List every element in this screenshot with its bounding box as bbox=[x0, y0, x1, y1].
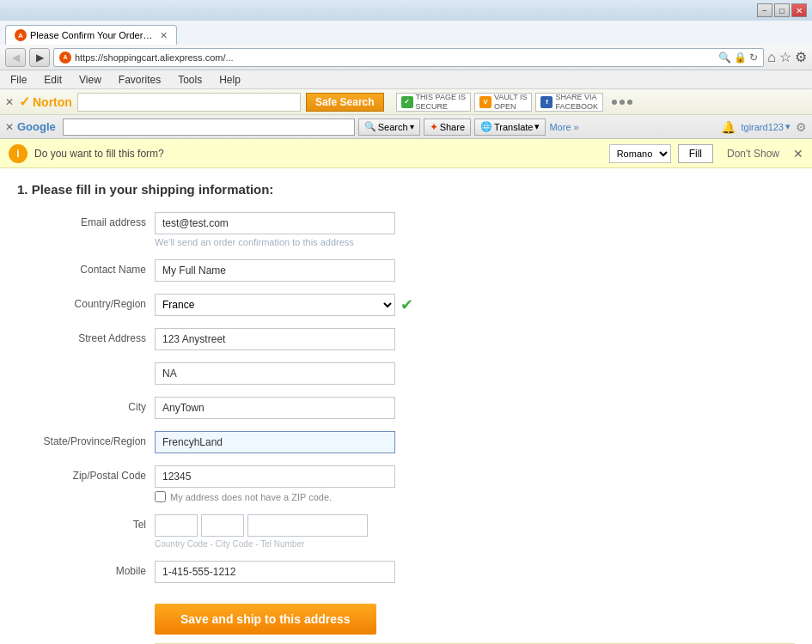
star-icon[interactable]: ☆ bbox=[779, 49, 791, 65]
dot-3 bbox=[627, 100, 632, 105]
street2-row bbox=[17, 362, 795, 385]
email-field-wrap: We'll send an order confirmation to this… bbox=[155, 212, 795, 247]
norton-secure-icon: ✓ bbox=[401, 96, 413, 108]
email-input[interactable] bbox=[155, 212, 395, 234]
user-avatar[interactable]: tgirard123 ▾ bbox=[741, 121, 791, 132]
city-label: City bbox=[17, 397, 155, 413]
tel-city-code-input[interactable] bbox=[201, 514, 244, 537]
state-row: State/Province/Region bbox=[17, 431, 795, 453]
street2-label bbox=[17, 362, 155, 367]
save-ship-button[interactable]: Save and ship to this address bbox=[155, 604, 376, 635]
norton-search-box[interactable] bbox=[77, 93, 301, 112]
google-search-input[interactable] bbox=[63, 118, 355, 136]
email-hint: We'll send an order confirmation to this… bbox=[155, 237, 795, 247]
username-label: tgirard123 bbox=[741, 122, 784, 132]
menu-edit[interactable]: Edit bbox=[40, 72, 65, 88]
country-select[interactable]: France United States United Kingdom Germ… bbox=[155, 294, 395, 316]
address-bar-icons: 🔍 🔒 ↻ bbox=[718, 52, 758, 64]
state-input[interactable] bbox=[155, 431, 395, 453]
tel-country-code-input[interactable] bbox=[155, 514, 198, 537]
city-input[interactable] bbox=[155, 397, 395, 419]
norton-badges: ✓ THIS PAGE IS SECURE V VAULT IS OPEN f … bbox=[396, 93, 603, 112]
google-share-button[interactable]: ✦ Share bbox=[424, 118, 471, 136]
street2-field-wrap bbox=[155, 362, 795, 385]
address-bar[interactable]: A https://shoppingcart.aliexpress.com/..… bbox=[53, 48, 764, 67]
autofill-dont-show-button[interactable]: Don't Show bbox=[720, 146, 786, 161]
tel-inputs-row bbox=[155, 514, 795, 537]
save-section: Save and ship to this address i Save you… bbox=[17, 597, 795, 644]
google-search-button[interactable]: 🔍 Search ▾ bbox=[358, 118, 420, 136]
tel-field-wrap: Country Code - City Code - Tel Number bbox=[155, 514, 795, 549]
zip-field-wrap: My address does not have a ZIP code. bbox=[155, 465, 795, 502]
user-chevron-icon: ▾ bbox=[785, 121, 791, 132]
norton-vault-text: VAULT IS OPEN bbox=[494, 93, 528, 112]
google-bar-close-button[interactable]: ✕ bbox=[5, 121, 14, 133]
street-address2-input[interactable] bbox=[155, 362, 395, 385]
back-button[interactable]: ◀ bbox=[5, 48, 26, 67]
norton-secure-badge: ✓ THIS PAGE IS SECURE bbox=[396, 93, 471, 112]
address-favicon-icon: A bbox=[59, 52, 71, 64]
autofill-bar: i Do you want to fill this form? Romano … bbox=[0, 139, 812, 168]
menu-help[interactable]: Help bbox=[216, 72, 244, 88]
safe-search-button[interactable]: Safe Search bbox=[306, 93, 384, 112]
mobile-row: Mobile bbox=[17, 561, 795, 583]
mobile-input[interactable] bbox=[155, 561, 395, 583]
window-controls: − □ ✕ bbox=[757, 3, 807, 17]
google-logo[interactable]: Google bbox=[17, 120, 56, 133]
autofill-profile-select[interactable]: Romano bbox=[609, 144, 671, 163]
lock-icon: 🔒 bbox=[734, 52, 747, 64]
zip-checkbox-row: My address does not have a ZIP code. bbox=[155, 491, 795, 502]
tel-number-input[interactable] bbox=[247, 514, 368, 537]
forward-button[interactable]: ▶ bbox=[29, 48, 50, 67]
norton-facebook-icon: f bbox=[540, 96, 553, 108]
country-row: Country/Region France United States Unit… bbox=[17, 294, 795, 316]
email-row: Email address We'll send an order confir… bbox=[17, 212, 795, 247]
tel-hint: Country Code - City Code - Tel Number bbox=[155, 539, 795, 549]
street-field-wrap bbox=[155, 328, 795, 350]
tab-favicon: A bbox=[15, 29, 27, 41]
city-row: City bbox=[17, 397, 795, 419]
mobile-label: Mobile bbox=[17, 561, 155, 577]
country-field-wrap: France United States United Kingdom Germ… bbox=[155, 294, 795, 316]
minimize-button[interactable]: − bbox=[757, 3, 772, 17]
google-more-button[interactable]: More » bbox=[549, 122, 578, 132]
menu-tools[interactable]: Tools bbox=[174, 72, 205, 88]
active-tab[interactable]: A Please Confirm Your Order ... ✕ bbox=[5, 25, 177, 45]
home-icon[interactable]: ⌂ bbox=[767, 50, 776, 65]
google-settings-icon[interactable]: ⚙ bbox=[796, 120, 807, 134]
close-button[interactable]: ✕ bbox=[791, 3, 807, 17]
menu-view[interactable]: View bbox=[76, 72, 105, 88]
dot-1 bbox=[612, 100, 617, 105]
google-share-icon: ✦ bbox=[430, 121, 438, 133]
notification-icon[interactable]: 🔔 bbox=[721, 120, 736, 134]
nav-right-icons: ⌂ ☆ ⚙ bbox=[767, 49, 807, 65]
google-search-icon: 🔍 bbox=[364, 121, 376, 132]
tab-bar: A Please Confirm Your Order ... ✕ bbox=[0, 21, 812, 45]
norton-more-dots[interactable] bbox=[612, 100, 632, 105]
dot-2 bbox=[620, 100, 625, 105]
no-zip-label: My address does not have a ZIP code. bbox=[170, 492, 332, 502]
country-verify-icon: ✔ bbox=[400, 295, 413, 314]
contact-field-wrap bbox=[155, 259, 795, 282]
autofill-fill-button[interactable]: Fill bbox=[678, 144, 713, 163]
tel-row: Tel Country Code - City Code - Tel Numbe… bbox=[17, 514, 795, 549]
norton-close-button[interactable]: ✕ bbox=[5, 96, 14, 108]
zip-row: Zip/Postal Code My address does not have… bbox=[17, 465, 795, 502]
google-search-chevron: ▾ bbox=[410, 122, 414, 131]
google-translate-button[interactable]: 🌐 Translate ▾ bbox=[474, 118, 546, 136]
menu-favorites[interactable]: Favorites bbox=[115, 72, 164, 88]
street-address-input[interactable] bbox=[155, 328, 395, 350]
maximize-button[interactable]: □ bbox=[774, 3, 790, 17]
no-zip-checkbox[interactable] bbox=[155, 491, 166, 502]
contact-name-input[interactable] bbox=[155, 259, 395, 282]
norton-vault-icon: V bbox=[479, 96, 491, 108]
settings-icon[interactable]: ⚙ bbox=[795, 49, 807, 65]
autofill-close-icon[interactable]: ✕ bbox=[793, 147, 803, 161]
google-toolbar: ✕ Google 🔍 Search ▾ ✦ Share 🌐 Translate … bbox=[0, 115, 812, 139]
google-share-label: Share bbox=[440, 122, 465, 132]
zip-input[interactable] bbox=[155, 465, 395, 488]
menu-bar: File Edit View Favorites Tools Help bbox=[0, 70, 812, 89]
tab-close-icon[interactable]: ✕ bbox=[160, 30, 168, 41]
email-label: Email address bbox=[17, 212, 155, 228]
menu-file[interactable]: File bbox=[7, 72, 30, 88]
